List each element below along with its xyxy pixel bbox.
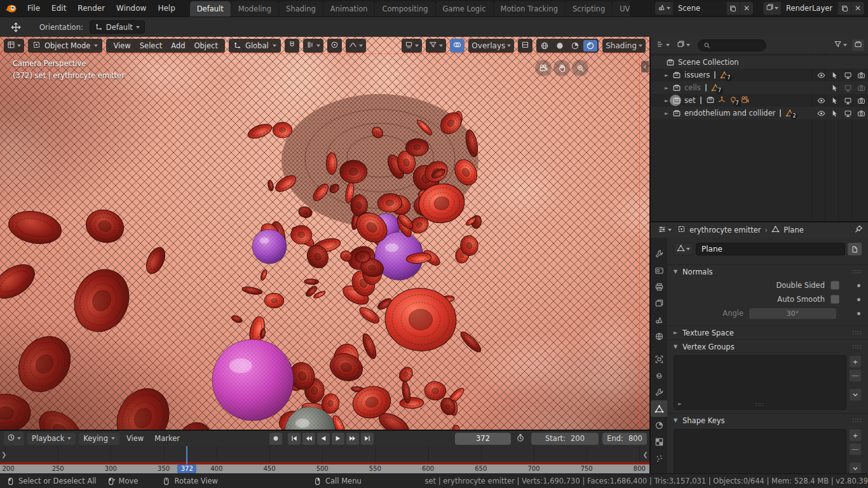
hide-in-viewport-toggle[interactable]: [815, 97, 828, 105]
orientation-dropdown[interactable]: Default: [90, 20, 145, 34]
properties-tab-tool[interactable]: [651, 245, 667, 262]
expand-arrow-icon[interactable]: ►: [662, 72, 671, 78]
workspace-tab-compositing[interactable]: Compositing: [375, 1, 435, 17]
viewport-3d[interactable]: Object Mode ViewSelectAddObject Global O…: [0, 37, 649, 430]
disable-in-viewports-toggle[interactable]: [841, 84, 855, 92]
next-keyframe-button[interactable]: [346, 433, 359, 445]
disable-in-renders-toggle[interactable]: [855, 71, 868, 79]
frame-start-field[interactable]: Start:200: [531, 433, 599, 445]
selectability-toggle[interactable]: [828, 71, 841, 79]
outliner-search-input[interactable]: [698, 39, 766, 51]
hide-in-viewport-toggle[interactable]: [815, 71, 828, 79]
shading-dropdown[interactable]: Shading: [602, 39, 646, 53]
properties-tab-scene[interactable]: [651, 311, 667, 328]
scene-name-field[interactable]: Scene: [673, 2, 726, 15]
selectability-toggle[interactable]: [828, 84, 841, 92]
expand-arrow-icon[interactable]: ►: [662, 111, 671, 116]
disable-in-viewports-toggle[interactable]: [841, 109, 855, 118]
playhead[interactable]: [186, 446, 187, 464]
editor-type-button[interactable]: [4, 39, 24, 53]
viewport-menu-view[interactable]: View: [111, 41, 133, 50]
proportional-falloff-dropdown[interactable]: [346, 39, 366, 53]
xray-toggle-button[interactable]: [518, 39, 532, 53]
vertex-group-specials-menu[interactable]: [849, 388, 862, 401]
shading-wireframe-button[interactable]: [538, 40, 552, 51]
current-frame-indicator[interactable]: 372: [177, 464, 196, 473]
render-layer-copy-button[interactable]: [838, 2, 851, 15]
mode-dropdown[interactable]: Object Mode: [28, 39, 102, 53]
workspace-tab-motion-tracking[interactable]: Motion Tracking: [494, 1, 566, 17]
menu-window[interactable]: Window: [111, 0, 152, 17]
outliner-display-mode-dropdown[interactable]: [654, 39, 672, 51]
render-layer-name-field[interactable]: RenderLayer: [781, 2, 837, 15]
disable-in-viewports-toggle[interactable]: [841, 97, 855, 105]
normals-panel-header[interactable]: ▼Normals∷∷: [667, 264, 868, 278]
breadcrumb-data-name[interactable]: Plane: [783, 226, 804, 234]
proportional-edit-button[interactable]: [327, 39, 342, 53]
properties-tab-texture[interactable]: [651, 433, 667, 450]
outliner-row-set[interactable]: ►set7: [651, 94, 868, 107]
jump-to-end-button[interactable]: [361, 433, 374, 445]
fake-user-button[interactable]: [848, 243, 862, 255]
shape-key-specials-menu[interactable]: [849, 462, 862, 473]
vertex-groups-listbox[interactable]: ►∷∷: [674, 355, 846, 410]
timeline-editor-type-button[interactable]: [4, 431, 24, 445]
gizmos-dropdown[interactable]: [426, 39, 446, 53]
shape-keys-panel-header[interactable]: ▼Shape Keys∷∷: [667, 413, 868, 427]
shading-material-button[interactable]: [568, 40, 582, 51]
render-layer-remove-button[interactable]: ✕: [851, 2, 864, 15]
overlays-toggle-button[interactable]: [450, 39, 465, 53]
properties-tab-material[interactable]: [651, 417, 667, 433]
blender-logo-icon[interactable]: [0, 0, 22, 17]
properties-tab-render[interactable]: [651, 262, 667, 278]
scene-icon[interactable]: [655, 2, 673, 15]
texture-space-panel-header[interactable]: ►Texture Space∷∷: [667, 325, 868, 339]
outliner-id-type-dropdown[interactable]: [675, 39, 692, 51]
animate-dot[interactable]: [857, 298, 860, 301]
timeline-menu-keying[interactable]: Keying: [79, 433, 119, 445]
workspace-tab-shading[interactable]: Shading: [279, 1, 323, 17]
workspace-tab-modeling[interactable]: Modeling: [231, 1, 278, 17]
selectability-toggle[interactable]: [828, 109, 841, 118]
play-reverse-button[interactable]: [317, 433, 330, 445]
properties-editor-type-button[interactable]: [656, 224, 674, 236]
menu-help[interactable]: Help: [152, 0, 180, 17]
menu-edit[interactable]: Edit: [46, 0, 72, 17]
mesh-datablock-dropdown[interactable]: [674, 243, 693, 255]
breadcrumb-object-name[interactable]: erythrocyte emitter: [689, 226, 761, 234]
disable-in-renders-toggle[interactable]: [855, 84, 868, 92]
properties-tab-modifiers[interactable]: [651, 384, 667, 400]
workspace-tab-uv-editing[interactable]: UV Editing: [613, 1, 630, 17]
datablock-name-field[interactable]: Plane: [696, 243, 845, 255]
sidebar-expand-arrow[interactable]: ‹: [641, 61, 649, 72]
animate-dot[interactable]: [857, 312, 860, 315]
disable-in-viewports-toggle[interactable]: [841, 71, 855, 79]
properties-tab-constraints[interactable]: [651, 367, 667, 384]
scene-unlink-button[interactable]: ✕: [740, 2, 753, 15]
animate-dot[interactable]: [857, 284, 860, 287]
timeline-ruler-area[interactable]: 2002503003504004505005506006507007508003…: [0, 446, 649, 473]
remove-shape-key-button[interactable]: —: [849, 443, 862, 456]
scene-copy-button[interactable]: [727, 2, 740, 15]
outliner-row-scene-collection[interactable]: Scene Collection: [651, 56, 868, 69]
timeline-right-expand-arrow[interactable]: ❮: [643, 451, 648, 458]
new-collection-button[interactable]: [852, 39, 864, 51]
previous-keyframe-button[interactable]: [302, 433, 315, 445]
workspace-tab-scripting[interactable]: Scripting: [566, 1, 612, 17]
pan-view-icon[interactable]: [553, 60, 570, 76]
play-button[interactable]: [332, 433, 344, 445]
object-types-visibility-dropdown[interactable]: [402, 39, 422, 53]
angle-slider[interactable]: 30°: [749, 308, 836, 319]
selectability-toggle[interactable]: [828, 97, 841, 105]
workspace-tab-game-logic[interactable]: Game Logic: [436, 1, 493, 17]
zoom-view-icon[interactable]: [572, 60, 588, 76]
timeline-menu-playback[interactable]: Playback: [27, 433, 76, 445]
workspace-tab-animation[interactable]: Animation: [323, 1, 375, 17]
timeline-menu-view[interactable]: View: [123, 434, 147, 443]
disable-in-renders-toggle[interactable]: [855, 109, 868, 118]
viewport-menu-select[interactable]: Select: [137, 41, 165, 50]
properties-tab-output[interactable]: [651, 278, 667, 295]
properties-tab-viewlayer[interactable]: [651, 295, 667, 311]
transform-orientation-dropdown[interactable]: Global: [229, 39, 281, 53]
menu-file[interactable]: File: [22, 0, 46, 17]
